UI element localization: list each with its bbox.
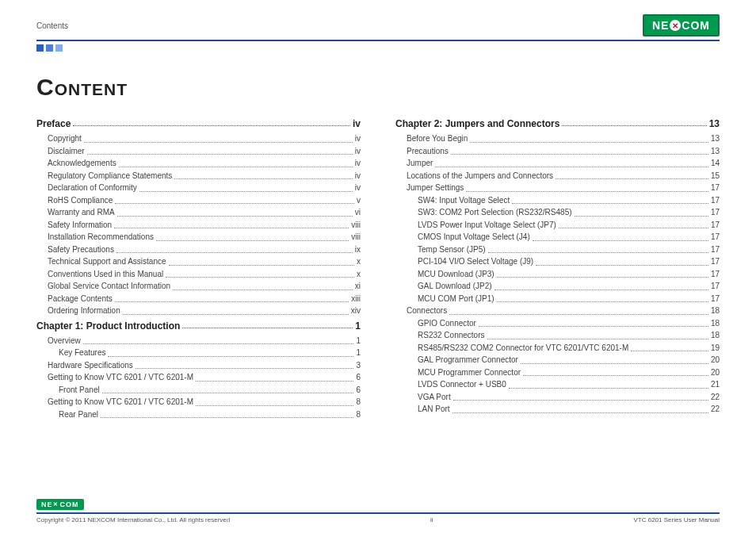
toc-entry[interactable]: MCU Programmer Connector20 xyxy=(395,366,720,379)
toc-entry[interactable]: Conventions Used in this Manualx xyxy=(36,268,361,281)
toc-entry[interactable]: Jumper Settings17 xyxy=(395,182,720,194)
toc-entry[interactable]: SW3: COM2 Port Selection (RS232/RS485)17 xyxy=(395,206,720,219)
toc-entry[interactable]: Technical Support and Assistancex xyxy=(36,255,361,268)
toc-entry[interactable]: Installation Recommendationsviii xyxy=(36,231,361,243)
toc-entry[interactable]: GPIO Connector18 xyxy=(395,317,720,330)
toc-entry[interactable]: Temp Sensor (JP5)17 xyxy=(395,243,720,256)
header-rule xyxy=(36,40,720,41)
toc-entry[interactable]: Global Service Contact Informationxi xyxy=(36,280,361,293)
toc-entry[interactable]: Disclaimeriv xyxy=(36,145,361,158)
toc-entry[interactable]: Package Contentsxiii xyxy=(36,293,361,305)
toc-entry[interactable]: Getting to Know VTC 6201 / VTC 6201-M8 xyxy=(36,396,361,408)
toc-entry[interactable]: LAN Port22 xyxy=(395,403,720,416)
breadcrumb: Contents xyxy=(36,21,68,30)
toc-entry[interactable]: Connectors18 xyxy=(395,305,720,317)
toc-entry[interactable]: VGA Port22 xyxy=(395,391,720,404)
toc-entry[interactable]: Hardware Specifications3 xyxy=(36,359,361,372)
toc-entry[interactable]: Acknowledgementsiv xyxy=(36,157,361,170)
toc-entry[interactable]: PCI-104 VI/O Select Voltage (J9)17 xyxy=(395,255,720,268)
toc-entry[interactable]: SW4: Input Voltage Select17 xyxy=(395,194,720,207)
toc-entry[interactable]: Locations of the Jumpers and Connectors1… xyxy=(395,170,720,182)
toc-entry[interactable]: Copyrightiv xyxy=(36,132,361,145)
toc-entry[interactable]: GAL Programmer Connector20 xyxy=(395,354,720,366)
toc-entry[interactable]: GAL Download (JP2)17 xyxy=(395,280,720,293)
toc-section-head[interactable]: Chapter 2: Jumpers and Connectors13 xyxy=(395,118,720,129)
copyright-text: Copyright © 2011 NEXCOM International Co… xyxy=(36,516,230,523)
decorative-squares xyxy=(36,44,720,52)
toc-entry[interactable]: Jumper14 xyxy=(395,157,720,170)
footer: NE✕COM Copyright © 2011 NEXCOM Internati… xyxy=(36,496,720,523)
toc-entry[interactable]: Precautions13 xyxy=(395,145,720,158)
page-title: Content xyxy=(36,74,720,101)
toc-entry[interactable]: Key Features1 xyxy=(36,347,361,359)
toc-entry[interactable]: Declaration of Conformityiv xyxy=(36,182,361,194)
toc-entry[interactable]: Safety Precautionsix xyxy=(36,243,361,256)
toc-entry[interactable]: RS485/RS232 COM2 Connector for VTC 6201/… xyxy=(395,342,720,355)
toc-entry[interactable]: Rear Panel8 xyxy=(36,408,361,421)
toc-left-column: PrefaceivCopyrightivDisclaimerivAcknowle… xyxy=(36,115,361,420)
toc-entry[interactable]: CMOS Input Voltage Select (J4)17 xyxy=(395,231,720,243)
toc-right-column: Chapter 2: Jumpers and Connectors13Befor… xyxy=(395,115,720,420)
toc-entry[interactable]: Before You Begin13 xyxy=(395,132,720,145)
toc-entry[interactable]: Regulatory Compliance Statementsiv xyxy=(36,170,361,182)
toc-entry[interactable]: LVDS Power Input Voltage Select (JP7)17 xyxy=(395,219,720,232)
toc-entry[interactable]: Overview1 xyxy=(36,335,361,347)
nexcom-logo-small: NE✕COM xyxy=(36,499,84,510)
toc-section-head[interactable]: Chapter 1: Product Introduction1 xyxy=(36,320,361,332)
page-number: ii xyxy=(430,516,433,523)
toc-entry[interactable]: MCU Download (JP3)17 xyxy=(395,268,720,281)
toc-section-head[interactable]: Prefaceiv xyxy=(36,118,361,129)
toc-entry[interactable]: MCU COM Port (JP1)17 xyxy=(395,293,720,305)
toc-entry[interactable]: LVDS Connector + USB021 xyxy=(395,378,720,391)
toc-entry[interactable]: Front Panel6 xyxy=(36,384,361,397)
toc-entry[interactable]: RS232 Connectors18 xyxy=(395,329,720,342)
toc-entry[interactable]: Warranty and RMAvi xyxy=(36,206,361,219)
doc-title: VTC 6201 Series User Manual xyxy=(633,516,720,523)
toc-entry[interactable]: Ordering Informationxiv xyxy=(36,305,361,317)
toc-entry[interactable]: Safety Informationviii xyxy=(36,219,361,232)
toc-entry[interactable]: Getting to Know VTC 6201 / VTC 6201-M6 xyxy=(36,371,361,384)
toc-entry[interactable]: RoHS Compliancev xyxy=(36,194,361,207)
nexcom-logo: NE✕COM xyxy=(643,14,720,36)
